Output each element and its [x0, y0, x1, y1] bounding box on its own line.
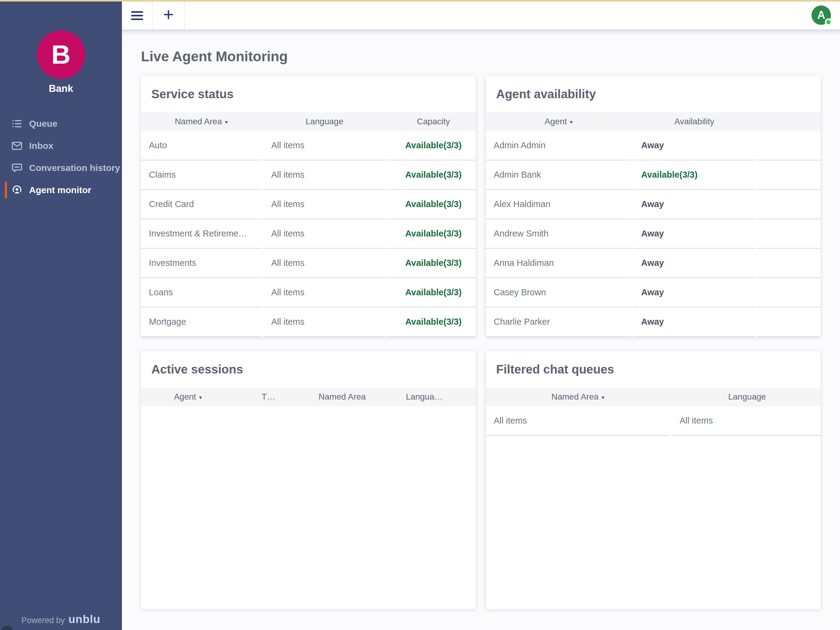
column-header-language[interactable]: Language — [263, 112, 385, 131]
cell-capacity: Available(3/3) — [387, 131, 476, 160]
cell-agent: Admin Admin — [486, 131, 632, 160]
cell-empty — [757, 131, 821, 160]
cell-capacity: Available(3/3) — [387, 278, 476, 308]
table-row[interactable]: Andrew SmithAway — [486, 219, 821, 249]
cell-availability: Away — [633, 190, 755, 219]
sidebar-item-inbox[interactable]: Inbox — [0, 134, 122, 157]
cell-availability: Away — [633, 278, 755, 308]
new-tab-button[interactable]: + — [153, 2, 185, 29]
column-header-empty — [757, 112, 821, 131]
table-row[interactable]: ClaimsAll itemsAvailable(3/3) — [141, 160, 476, 190]
cell-named-area: Auto — [141, 131, 261, 160]
column-label: Agent — [545, 117, 567, 126]
sidebar-item-queue[interactable]: Queue — [0, 112, 122, 134]
column-header-topic[interactable]: T… — [237, 387, 300, 406]
org-logo: B — [37, 30, 85, 79]
cell-availability: Away — [633, 249, 755, 278]
cell-named-area: Claims — [141, 160, 261, 190]
brand-top-strip — [0, 0, 840, 2]
cell-named-area: Investments — [141, 249, 261, 278]
active-sessions-card: Active sessions Agent ▾ T… Named Area La… — [141, 351, 476, 609]
column-label: T… — [261, 392, 275, 402]
column-label: Named Area — [175, 117, 222, 126]
card-title: Active sessions — [151, 363, 243, 376]
column-header-availability[interactable]: Availability — [633, 112, 755, 131]
sidebar-item-agent-monitor[interactable]: Agent monitor — [0, 179, 122, 201]
online-status-dot — [825, 19, 832, 26]
column-header-language[interactable]: Langua… — [384, 387, 464, 406]
agent-availability-card: Agent availability Agent ▾ Availability … — [486, 76, 821, 337]
menu-button[interactable] — [122, 2, 153, 29]
column-label: Langua… — [406, 392, 443, 402]
cell-empty — [757, 308, 821, 337]
powered-by: Powered byunblu — [0, 613, 122, 626]
sidebar-item-label: Inbox — [29, 141, 54, 151]
column-header-agent[interactable]: Agent ▾ — [141, 387, 235, 406]
sidebar-item-label: Agent monitor — [29, 185, 91, 195]
column-label: Named Area — [319, 392, 366, 402]
cell-availability: Away — [633, 219, 755, 249]
sidebar-item-label: Queue — [29, 118, 57, 129]
table-row[interactable]: Admin AdminAway — [486, 131, 821, 160]
column-header-agent[interactable]: Agent ▾ — [486, 112, 632, 131]
column-label: Language — [728, 392, 766, 402]
table-header: Agent ▾ Availability — [486, 112, 821, 131]
sidebar-item-conversation-history[interactable]: Conversation history — [0, 157, 122, 179]
column-header-named-area[interactable]: Named Area — [302, 387, 382, 406]
cell-language: All items — [263, 308, 385, 337]
column-label: Named Area — [551, 392, 598, 402]
column-header-named-area[interactable]: Named Area ▾ — [141, 112, 261, 131]
cell-named-area: Loans — [141, 278, 261, 308]
avatar-initial: A — [817, 9, 825, 22]
cell-language: All items — [263, 249, 385, 278]
page-title: Live Agent Monitoring — [141, 48, 288, 65]
avatar[interactable]: A — [812, 5, 831, 25]
cell-agent: Andrew Smith — [486, 219, 632, 249]
column-label: Availability — [674, 117, 714, 126]
table-row[interactable]: Investment & Retireme…All itemsAvailable… — [141, 219, 476, 249]
card-header: Service status — [141, 76, 476, 112]
filtered-chat-queues-card: Filtered chat queues Named Area ▾ Langua… — [486, 351, 821, 609]
table-row[interactable]: AutoAll itemsAvailable(3/3) — [141, 131, 476, 160]
table-row[interactable]: LoansAll itemsAvailable(3/3) — [141, 278, 476, 308]
table-body: All itemsAll items — [486, 406, 821, 436]
column-header-language[interactable]: Language — [672, 387, 821, 406]
table-row[interactable]: MortgageAll itemsAvailable(3/3) — [141, 308, 476, 337]
table-row[interactable]: Alex HaldimanAway — [486, 190, 821, 219]
table-header: Named Area ▾ Language Capacity — [141, 112, 476, 131]
column-header-capacity[interactable]: Capacity — [387, 112, 476, 131]
cell-availability: Away — [633, 308, 755, 337]
table-row[interactable]: Anna HaldimanAway — [486, 249, 821, 278]
table-row[interactable]: All itemsAll items — [486, 406, 821, 436]
cell-language: All items — [263, 278, 385, 308]
column-header-empty — [466, 387, 476, 406]
inbox-icon — [11, 139, 24, 152]
service-status-card: Service status Named Area ▾ Language Cap… — [141, 76, 476, 337]
table-row[interactable]: Casey BrownAway — [486, 278, 821, 308]
column-header-named-area[interactable]: Named Area ▾ — [486, 387, 670, 406]
org-name: Bank — [0, 83, 122, 94]
cell-language: All items — [263, 160, 385, 190]
active-item-indicator — [5, 181, 7, 199]
cell-capacity: Available(3/3) — [387, 308, 476, 337]
cell-empty — [757, 249, 821, 278]
plus-icon: + — [163, 5, 174, 24]
main-content: Live Agent Monitoring Service status Nam… — [122, 29, 840, 630]
cell-empty — [757, 219, 821, 249]
card-header: Agent availability — [486, 76, 821, 112]
cell-named-area: All items — [486, 406, 670, 436]
chat-launcher-peek[interactable] — [1, 626, 13, 630]
cell-named-area: Investment & Retireme… — [141, 219, 261, 249]
table-row[interactable]: InvestmentsAll itemsAvailable(3/3) — [141, 249, 476, 278]
powered-by-text: Powered by — [22, 616, 65, 625]
agent-monitor-icon — [11, 184, 24, 196]
sort-arrow-icon: ▾ — [199, 394, 202, 401]
cell-empty — [757, 160, 821, 190]
table-row[interactable]: Credit CardAll itemsAvailable(3/3) — [141, 190, 476, 219]
queue-list-icon — [11, 117, 24, 130]
table-row[interactable]: Charlie ParkerAway — [486, 308, 821, 337]
sort-arrow-icon: ▾ — [602, 394, 605, 401]
cell-agent: Anna Haldiman — [486, 249, 632, 278]
table-row[interactable]: Admin BankAvailable(3/3) — [486, 160, 821, 190]
card-header: Filtered chat queues — [486, 351, 821, 387]
